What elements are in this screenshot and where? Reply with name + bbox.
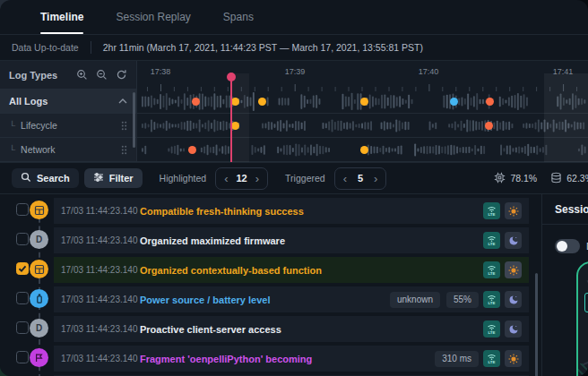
log-timestamp: 17/03 11:44:23.140 [61,265,140,275]
chevron-right-icon[interactable]: › [255,173,259,184]
badge: 310 ms [435,351,479,367]
log-type-label: All Logs [9,96,118,107]
moon-button[interactable] [505,232,522,249]
grid-icon [30,201,48,219]
moon-button[interactable] [505,320,522,338]
chevron-up-icon[interactable] [118,98,127,104]
log-timestamp: 17/03 11:44:23.140 [61,206,140,216]
log-row-content[interactable]: 17/03 11:44:23.140Organized contextually… [54,257,529,283]
log-checkbox[interactable] [16,262,29,275]
info-bar: Data Up-to-date 2hr 11min (March 17, 202… [0,35,588,61]
time-label: 17:40 [419,67,439,76]
tab-timeline[interactable]: Timeline [40,0,83,34]
timeline-scrollbar[interactable] [133,92,135,148]
lte-button[interactable]: LTE [483,232,500,249]
log-type-row-lifecycle[interactable]: └Lifecycle [0,114,137,138]
event-dot[interactable] [450,98,458,106]
chevron-right-icon[interactable]: › [374,173,377,184]
log-type-row-network[interactable]: └Network [0,138,137,162]
log-timestamp: 17/03 11:44:23.140 [61,295,140,304]
event-dot[interactable] [192,98,200,106]
log-checkbox[interactable] [16,321,29,334]
drag-handle-icon[interactable] [121,145,127,155]
log-checkbox[interactable] [16,292,29,304]
log-timestamp: 17/03 11:44:23.140 [61,324,140,334]
tab-spans[interactable]: Spans [223,0,254,34]
log-row-content[interactable]: 17/03 11:44:23.140Organized maximized fi… [54,227,529,253]
log-checkbox[interactable] [16,203,29,216]
filter-icon [93,172,104,184]
divider [91,41,91,54]
log-type-label: Network [21,144,121,155]
grid-icon [30,260,48,278]
storage-value: 62.3% [566,173,588,184]
filter-button[interactable]: Filter [84,168,143,188]
log-row: 17/03 11:44:23.140Fragment 'oenpelliPyth… [0,344,588,373]
app-window: TimelineSession ReplaySpans Data Up-to-d… [0,0,588,376]
log-message: Compatible fresh-thinking success [140,206,304,217]
log-message: Proactive client-server access [140,324,281,335]
cpu-icon [494,172,506,185]
search-button[interactable]: Search [12,168,79,188]
event-dot[interactable] [360,98,368,106]
playhead-line[interactable] [230,77,232,162]
toolbar: Search Filter Highlighted ‹ 12 › Trigger… [0,163,588,194]
lte-button[interactable]: LTE [483,350,500,367]
log-type-row-all-logs[interactable]: All Logs [0,90,137,114]
flag-icon [30,348,48,367]
sun-button[interactable] [505,261,522,278]
zoom-out-icon[interactable] [96,69,108,81]
tree-branch-glyph: └ [9,145,15,155]
log-list-section: 17/03 11:44:23.140Compatible fresh-think… [0,194,588,376]
time-label: 17:39 [285,67,306,76]
letter-d-icon: D [30,230,48,249]
lte-button[interactable]: LTE [483,291,500,308]
log-row-content[interactable]: 17/03 11:44:23.140Proactive client-serve… [54,316,529,342]
event-dot[interactable] [485,122,493,130]
svg-text:LTE: LTE [489,301,496,305]
log-checkbox[interactable] [16,233,29,245]
waveform-area: 17:3817:3917:4017:41 [137,61,588,162]
event-dot[interactable] [258,98,266,106]
playhead-handle[interactable] [227,73,236,81]
event-dot[interactable] [360,146,368,154]
log-timestamp: 17/03 11:44:23.140 [61,354,140,363]
tab-bar: TimelineSession ReplaySpans [0,0,588,35]
log-row: 17/03 11:44:23.140Power source / battery… [0,285,588,314]
log-row-content[interactable]: 17/03 11:44:23.140Compatible fresh-think… [54,198,529,224]
chevron-left-icon[interactable]: ‹ [343,173,347,184]
tab-session-replay[interactable]: Session Replay [116,0,190,34]
highlighted-label: Highlighted [160,173,207,184]
log-checkbox[interactable] [16,351,29,363]
svg-text:LTE: LTE [489,212,496,217]
log-message: Organized contextually-based function [140,265,322,276]
event-dot[interactable] [188,146,196,154]
sun-button[interactable] [505,350,522,367]
log-row-content[interactable]: 17/03 11:44:23.140Fragment 'oenpelliPyth… [54,346,529,372]
log-message: Power source / battery level [140,295,271,305]
moon-button[interactable] [505,291,522,308]
svg-text:LTE: LTE [489,330,496,335]
filter-button-label: Filter [109,173,134,184]
chevron-left-icon[interactable]: ‹ [224,173,228,184]
lte-button[interactable]: LTE [483,202,500,219]
sun-button[interactable] [505,202,522,219]
log-types-column: Log Types All Logs└Lifecycle└Network [0,61,137,162]
svg-text:LTE: LTE [489,242,496,246]
data-up-to-date-label: Data Up-to-date [12,42,79,53]
cpu-value: 78.1% [510,173,537,184]
storage-icon [550,172,562,185]
highlighted-stepper: ‹ 12 › [215,167,268,190]
log-row-content[interactable]: 17/03 11:44:23.140Power source / battery… [54,286,529,312]
log-types-label: Log Types [9,70,68,81]
time-label: 17:38 [151,67,171,76]
lte-button[interactable]: LTE [483,261,500,278]
event-dot[interactable] [486,98,494,106]
log-list-scrollbar[interactable] [535,273,538,376]
refresh-icon[interactable] [116,69,127,81]
zoom-in-icon[interactable] [76,69,88,81]
lte-button[interactable]: LTE [483,320,500,338]
triggered-label: Triggered [285,173,325,184]
drag-handle-icon[interactable] [121,121,127,131]
storage-stat: 62.3% [550,172,588,185]
